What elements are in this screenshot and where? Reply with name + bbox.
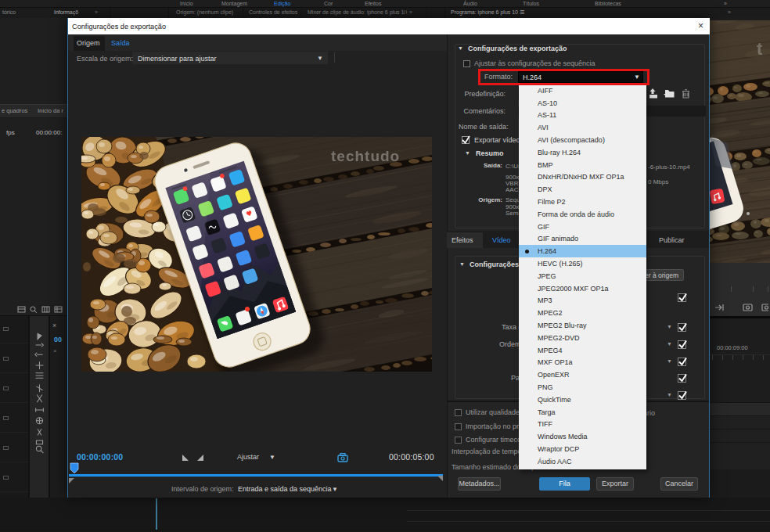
svg-text:t: t <box>757 39 763 59</box>
svg-text:techtudo: techtudo <box>331 148 400 164</box>
